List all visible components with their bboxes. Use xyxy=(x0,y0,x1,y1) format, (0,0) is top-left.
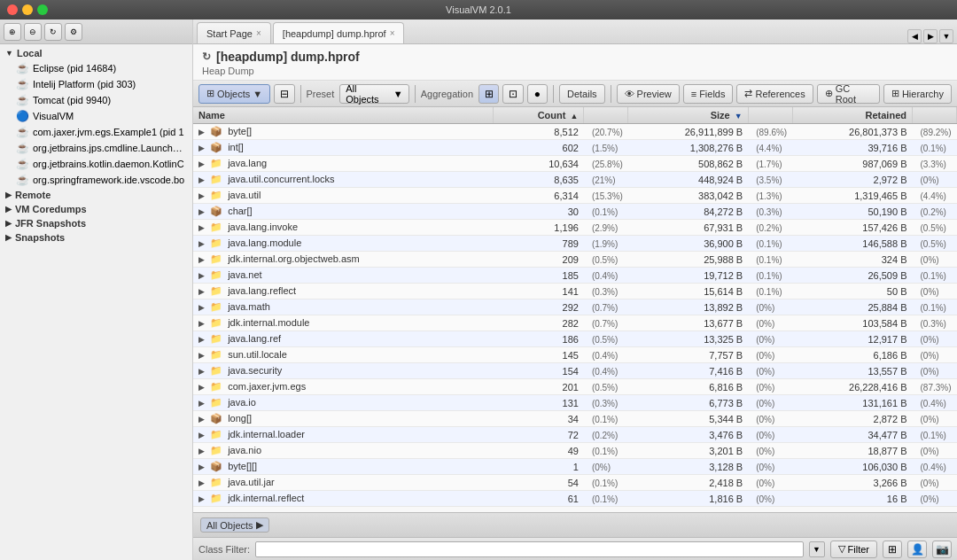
aggregation-icon-3[interactable]: ● xyxy=(527,84,548,104)
expand-arrow[interactable]: ▶ xyxy=(198,144,205,152)
table-container[interactable]: Name Count ▲ Size ▼ Retained ▶ 📦 byte[] xyxy=(193,107,957,512)
details-button[interactable]: Details xyxy=(559,84,605,104)
col-count[interactable]: Count ▲ xyxy=(493,107,584,124)
expand-arrow[interactable]: ▶ xyxy=(198,303,205,312)
sidebar-btn-4[interactable]: ⚙ xyxy=(65,23,82,41)
expand-arrow[interactable]: ▶ xyxy=(198,431,205,439)
table-row[interactable]: ▶ 📦 byte[][] 1 (0%) 3,128 B (0%) 106,030… xyxy=(193,459,957,475)
table-row[interactable]: ▶ 📁 java.nio 49 (0.1%) 3,201 B (0%) 18,8… xyxy=(193,443,957,459)
expand-arrow[interactable]: ▶ xyxy=(198,335,205,344)
breadcrumb[interactable]: All Objects ▶ xyxy=(200,517,269,533)
table-row[interactable]: ▶ 📁 java.math 292 (0.7%) 13,892 B (0%) 2… xyxy=(193,299,957,315)
table-row[interactable]: ▶ 📁 java.io 131 (0.3%) 6,773 B (0%) 131,… xyxy=(193,395,957,411)
expand-arrow[interactable]: ▶ xyxy=(198,383,205,392)
expand-arrow[interactable]: ▶ xyxy=(198,128,205,136)
table-row[interactable]: ▶ 📁 java.lang.reflect 141 (0.3%) 15,614 … xyxy=(193,284,957,299)
snapshots-header[interactable]: ▶ Snapshots xyxy=(0,230,192,245)
table-row[interactable]: ▶ 📁 java.util.jar 54 (0.1%) 2,418 B (0%)… xyxy=(193,475,957,491)
filter-button[interactable]: ▽ Filter xyxy=(830,541,877,558)
sidebar-btn-1[interactable]: ⊕ xyxy=(4,23,21,41)
col-size[interactable]: Size ▼ xyxy=(628,107,748,124)
expand-arrow[interactable]: ▶ xyxy=(198,191,205,200)
expand-arrow[interactable]: ▶ xyxy=(198,494,205,503)
tab-heap-dump-close[interactable]: × xyxy=(390,28,395,38)
expand-arrow[interactable]: ▶ xyxy=(198,159,205,168)
expand-arrow[interactable]: ▶ xyxy=(198,447,205,455)
table-row[interactable]: ▶ 📁 java.security 154 (0.4%) 7,416 B (0%… xyxy=(193,363,957,379)
sidebar-item-visualvm[interactable]: 🔵 VisualVM xyxy=(0,108,192,124)
table-row[interactable]: ▶ 📁 jdk.internal.org.objectweb.asm 209 (… xyxy=(193,252,957,268)
maximize-button[interactable] xyxy=(37,4,48,15)
preview-button[interactable]: 👁 Preview xyxy=(617,84,680,104)
hierarchy-button[interactable]: ⊞ Hierarchy xyxy=(883,84,952,104)
sidebar-item-intellij[interactable]: ☕ Intelij Platform (pid 303) xyxy=(0,76,192,92)
sidebar-item-kotlin[interactable]: ☕ org.jetbrains.kotlin.daemon.KotlinC xyxy=(0,156,192,172)
expand-arrow[interactable]: ▶ xyxy=(198,287,205,296)
expand-arrow[interactable]: ▶ xyxy=(198,319,205,328)
table-row[interactable]: ▶ 📁 jdk.internal.loader 72 (0.2%) 3,476 … xyxy=(193,427,957,443)
remote-section-header[interactable]: ▶ Remote xyxy=(0,188,192,202)
expand-arrow[interactable]: ▶ xyxy=(198,399,205,408)
minimize-button[interactable] xyxy=(22,4,33,15)
table-row[interactable]: ▶ 📦 char[] 30 (0.1%) 84,272 B (0.3%) 50,… xyxy=(193,204,957,220)
expand-arrow[interactable]: ▶ xyxy=(198,478,205,487)
sidebar-item-launcher[interactable]: ☕ org.jetbrains.jps.cmdline.Launcher ( xyxy=(0,140,192,156)
close-button[interactable] xyxy=(7,4,18,15)
expand-arrow[interactable]: ▶ xyxy=(198,239,205,248)
expand-arrow[interactable]: ▶ xyxy=(198,351,205,360)
vm-coredumps-header[interactable]: ▶ VM Coredumps xyxy=(0,202,192,216)
expand-arrow[interactable]: ▶ xyxy=(198,207,205,216)
tab-start-page[interactable]: Start Page × xyxy=(197,22,271,43)
sidebar-item-vscode[interactable]: ☕ org.springframework.ide.vscode.bo xyxy=(0,172,192,188)
class-filter-input[interactable] xyxy=(255,541,803,557)
table-row[interactable]: ▶ 📁 java.util.concurrent.locks 8,635 (21… xyxy=(193,172,957,188)
table-row[interactable]: ▶ 📁 java.net 185 (0.4%) 19,712 B (0.1%) … xyxy=(193,268,957,284)
filter-icon-btn-2[interactable]: 👤 xyxy=(907,541,927,558)
gc-root-button[interactable]: ⊕ GC Root xyxy=(817,84,880,104)
sidebar-item-tomcat[interactable]: ☕ Tomcat (pid 9940) xyxy=(0,92,192,108)
table-row[interactable]: ▶ 📁 jdk.internal.module 282 (0.7%) 13,67… xyxy=(193,315,957,331)
tab-nav-left[interactable]: ◀ xyxy=(907,29,922,43)
fields-button[interactable]: ≡ Fields xyxy=(683,84,734,104)
table-row[interactable]: ▶ 📦 byte[] 8,512 (20.7%) 26,911,899 B (8… xyxy=(193,124,957,140)
sidebar-item-example1[interactable]: ☕ com.jaxer.jvm.egs.Example1 (pid 1 xyxy=(0,124,192,140)
toolbar-icon-1[interactable]: ⊟ xyxy=(274,84,294,104)
table-row[interactable]: ▶ 📦 int[] 602 (1.5%) 1,308,276 B (4.4%) … xyxy=(193,140,957,156)
table-row[interactable]: ▶ 📁 java.lang.ref 186 (0.5%) 13,325 B (0… xyxy=(193,331,957,347)
objects-button[interactable]: ⊞ Objects ▼ xyxy=(198,84,270,104)
tab-heap-dump[interactable]: [heapdump] dump.hprof × xyxy=(273,22,405,43)
table-row[interactable]: ▶ 📁 jdk.internal.reflect 61 (0.1%) 1,816… xyxy=(193,491,957,507)
references-button[interactable]: ⇄ References xyxy=(736,84,813,104)
table-row[interactable]: ▶ 📁 java.lang 10,634 (25.8%) 508,862 B (… xyxy=(193,156,957,172)
col-retained[interactable]: Retained xyxy=(792,107,912,124)
tab-start-page-close[interactable]: × xyxy=(256,28,261,38)
all-objects-dropdown[interactable]: All Objects ▼ xyxy=(339,84,408,104)
refresh-icon[interactable]: ↻ xyxy=(202,51,211,63)
aggregation-icon-2[interactable]: ⊡ xyxy=(502,84,523,104)
filter-icon-btn-1[interactable]: ⊞ xyxy=(883,541,902,558)
expand-arrow[interactable]: ▶ xyxy=(198,271,205,280)
table-row[interactable]: ▶ 📁 java.lang.invoke 1,196 (2.9%) 67,931… xyxy=(193,220,957,236)
expand-arrow[interactable]: ▶ xyxy=(198,255,205,264)
tab-nav-right[interactable]: ▶ xyxy=(923,29,938,43)
local-section-header[interactable]: ▼ Local xyxy=(0,46,192,60)
table-row[interactable]: ▶ 📁 java.lang.module 789 (1.9%) 36,900 B… xyxy=(193,236,957,252)
expand-arrow[interactable]: ▶ xyxy=(198,223,205,232)
window-controls[interactable] xyxy=(7,4,48,15)
table-row[interactable]: ▶ 📁 sun.util.locale 145 (0.4%) 7,757 B (… xyxy=(193,347,957,363)
table-row[interactable]: ▶ 📁 java.util 6,314 (15.3%) 383,042 B (1… xyxy=(193,188,957,204)
sidebar-item-eclipse[interactable]: ☕ Eclipse (pid 14684) xyxy=(0,60,192,76)
table-row[interactable]: ▶ 📦 long[] 34 (0.1%) 5,344 B (0%) 2,872 … xyxy=(193,411,957,427)
jfr-snapshots-header[interactable]: ▶ JFR Snapshots xyxy=(0,216,192,230)
sidebar-btn-2[interactable]: ⊖ xyxy=(24,23,42,41)
expand-arrow[interactable]: ▶ xyxy=(198,367,205,376)
table-row[interactable]: ▶ 📁 com.jaxer.jvm.egs 201 (0.5%) 6,816 B… xyxy=(193,379,957,395)
tab-menu[interactable]: ▼ xyxy=(939,29,953,43)
col-name[interactable]: Name xyxy=(193,107,493,124)
expand-arrow[interactable]: ▶ xyxy=(198,175,205,184)
aggregation-icon-1[interactable]: ⊞ xyxy=(478,84,499,104)
expand-arrow[interactable]: ▶ xyxy=(198,415,205,424)
sidebar-btn-3[interactable]: ↻ xyxy=(44,23,62,41)
expand-arrow[interactable]: ▶ xyxy=(198,463,205,471)
filter-dropdown[interactable]: ▼ xyxy=(809,541,825,557)
